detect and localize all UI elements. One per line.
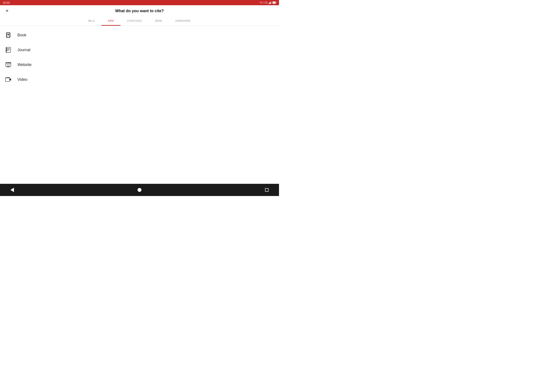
svg-rect-16 <box>8 63 9 63</box>
bottom-nav <box>0 184 279 196</box>
list-item-book[interactable]: Book <box>0 28 279 43</box>
website-label: Website <box>17 62 32 67</box>
recents-icon <box>265 188 269 192</box>
status-bar: 10:00 LTE <box>0 0 279 5</box>
svg-rect-8 <box>7 48 10 49</box>
website-icon <box>4 61 12 68</box>
tabs-bar: MLA APA CHICAGO IEEE HARVARD <box>0 17 279 26</box>
svg-rect-0 <box>269 3 269 4</box>
close-button[interactable]: ✕ <box>3 7 10 14</box>
svg-rect-6 <box>273 2 275 3</box>
svg-rect-10 <box>7 50 9 51</box>
tab-chicago[interactable]: CHICAGO <box>121 17 148 26</box>
back-button[interactable] <box>8 186 17 194</box>
svg-rect-11 <box>6 47 7 52</box>
journal-label: Journal <box>17 48 30 52</box>
home-icon <box>138 188 141 192</box>
svg-rect-20 <box>7 67 10 67</box>
svg-marker-25 <box>9 78 11 81</box>
content-list: Book Journal <box>0 26 279 89</box>
book-icon <box>4 31 12 39</box>
journal-icon <box>4 46 12 54</box>
svg-rect-1 <box>270 2 270 4</box>
svg-rect-24 <box>7 78 7 78</box>
svg-rect-23 <box>6 78 7 78</box>
battery-icon <box>272 1 276 4</box>
tab-apa[interactable]: APA <box>101 17 121 26</box>
svg-rect-3 <box>271 1 272 4</box>
wifi-icon <box>260 1 263 4</box>
tab-mla[interactable]: MLA <box>82 17 101 26</box>
list-item-video[interactable]: Video <box>0 72 279 87</box>
svg-rect-17 <box>7 64 9 66</box>
svg-rect-9 <box>7 50 10 50</box>
back-icon <box>10 188 14 192</box>
svg-rect-14 <box>6 63 7 63</box>
video-icon <box>4 76 12 83</box>
header: ✕ What do you want to cite? <box>0 5 279 17</box>
list-item-website[interactable]: Website <box>0 57 279 72</box>
page-title: What do you want to cite? <box>115 9 164 13</box>
svg-rect-2 <box>270 2 271 4</box>
svg-rect-5 <box>276 2 276 3</box>
signal-icon <box>269 1 272 4</box>
svg-rect-15 <box>7 63 8 63</box>
recents-button[interactable] <box>262 186 271 194</box>
list-item-journal[interactable]: Journal <box>0 43 279 57</box>
lte-label: LTE <box>263 1 268 4</box>
tab-ieee[interactable]: IEEE <box>148 17 169 26</box>
svg-rect-19 <box>7 66 9 67</box>
home-button[interactable] <box>135 186 144 194</box>
book-label: Book <box>17 33 26 37</box>
status-icons: LTE <box>260 1 276 4</box>
status-time: 10:00 <box>3 1 10 4</box>
video-label: Video <box>17 77 27 82</box>
tab-harvard[interactable]: HARVARD <box>169 17 197 26</box>
